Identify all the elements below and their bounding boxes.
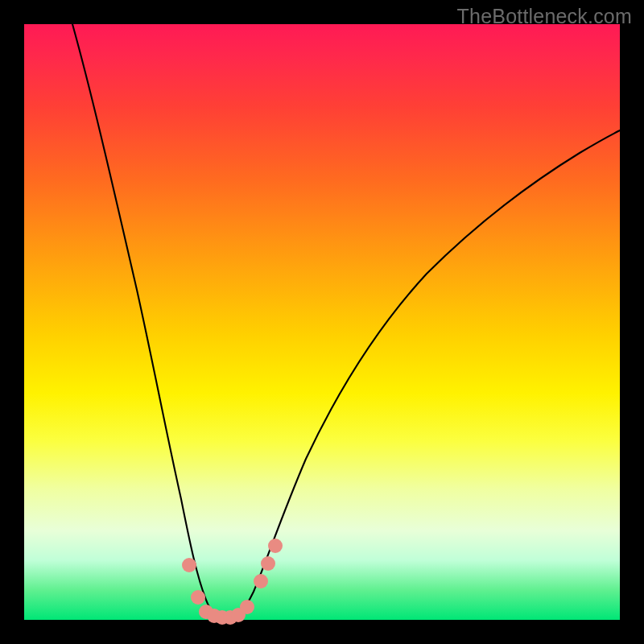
plot-background [24,24,620,620]
dot [240,600,254,614]
bottleneck-curve [72,24,620,620]
marker-dots [182,539,283,625]
dot [182,558,196,572]
dot [261,556,275,571]
dot [191,590,205,605]
dot [268,539,283,553]
chart-frame: TheBottleneck.com [0,0,644,644]
curve-layer [24,24,620,620]
dot [254,574,268,588]
